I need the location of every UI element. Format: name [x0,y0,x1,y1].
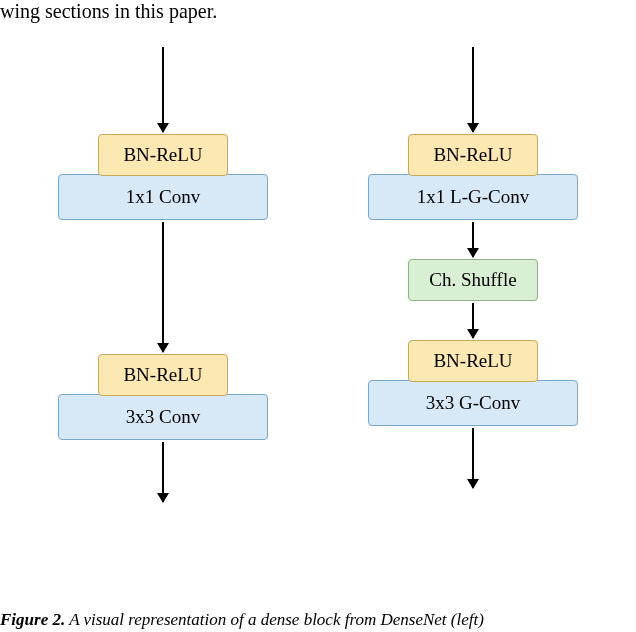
figure-number: Figure 2. [0,610,65,629]
diagram-columns: BN-ReLU 1x1 Conv BN-ReLU 3x3 Conv BN-ReL… [0,0,636,504]
figure-caption-text: A visual representation of a dense block… [69,610,484,629]
left-block-1: BN-ReLU 1x1 Conv [48,134,278,220]
arrow-down-icon [162,47,164,132]
arrow-down-icon [472,303,474,338]
arrow-down-icon [162,222,164,352]
arrow-down-icon [472,47,474,132]
figure-caption: Figure 2. A visual representation of a d… [0,610,484,630]
channel-shuffle-box: Ch. Shuffle [408,259,538,301]
right-column: BN-ReLU 1x1 L-G-Conv Ch. Shuffle BN-ReLU… [358,45,588,504]
bn-relu-box: BN-ReLU [408,134,538,176]
left-column: BN-ReLU 1x1 Conv BN-ReLU 3x3 Conv [48,45,278,504]
bn-relu-box: BN-ReLU [98,134,228,176]
right-block-1: BN-ReLU 1x1 L-G-Conv [358,134,588,220]
right-block-2: BN-ReLU 3x3 G-Conv [358,340,588,426]
bn-relu-box: BN-ReLU [98,354,228,396]
arrow-down-icon [162,442,164,502]
conv-3x3-box: 3x3 Conv [58,394,268,440]
lgconv-1x1-box: 1x1 L-G-Conv [368,174,578,220]
left-block-2: BN-ReLU 3x3 Conv [48,354,278,440]
arrow-down-icon [472,222,474,257]
arrow-down-icon [472,428,474,488]
conv-1x1-box: 1x1 Conv [58,174,268,220]
top-text-fragment: wing sections in this paper. [0,0,217,23]
gconv-3x3-box: 3x3 G-Conv [368,380,578,426]
bn-relu-box: BN-ReLU [408,340,538,382]
